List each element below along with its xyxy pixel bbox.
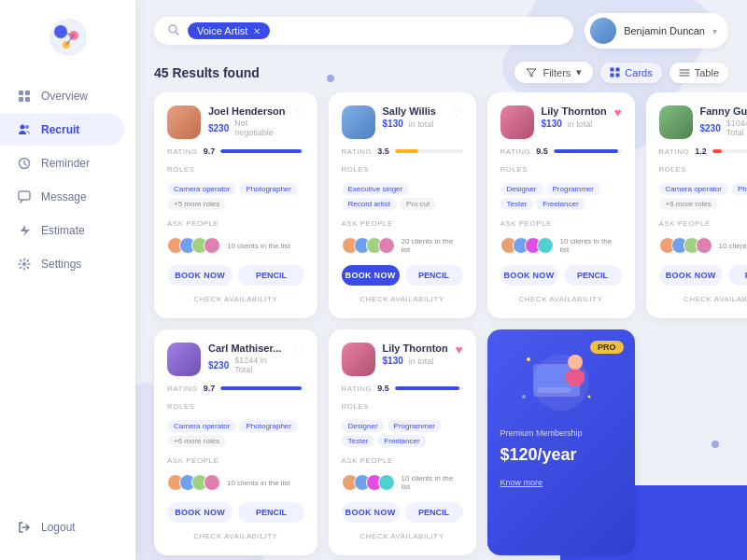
book-now-button-5[interactable]: BOOK NOW	[167, 502, 233, 523]
roles-tags-5: Camera operator Photographer +6 more rol…	[167, 420, 304, 447]
pencil-button-4[interactable]: PENCIL	[728, 265, 747, 286]
svg-point-8	[21, 125, 25, 130]
card-price-sub-1: Not negotiable	[234, 119, 285, 137]
ask-avatar	[378, 474, 395, 491]
card-header-5: Carl Mathiser... $230 $1244 in Total ♡	[167, 343, 304, 376]
sidebar-item-overview[interactable]: Overview	[0, 80, 124, 112]
main-content: Voice Artist ✕ Benjamin Duncan ▾ 45 Resu…	[135, 0, 747, 560]
book-now-button-2[interactable]: BOOK NOW	[342, 265, 400, 286]
logout-button[interactable]: Logout	[0, 511, 135, 543]
svg-rect-11	[19, 191, 30, 200]
book-now-button-4[interactable]: BOOK NOW	[659, 265, 723, 286]
pro-card: PRO	[487, 329, 635, 555]
svg-point-0	[49, 19, 87, 56]
ask-count-5: 10 clients in the list	[227, 479, 290, 487]
chevron-down-icon: ▾	[712, 26, 717, 36]
ask-count-2: 20 clients in the list	[402, 237, 463, 254]
search-tag-close[interactable]: ✕	[253, 26, 261, 36]
card-title-block-4: Fanny Guzman $230 $1044 in Total	[700, 105, 748, 137]
role-tag: Camera operator	[167, 420, 236, 432]
card-heart-1[interactable]: ♡	[293, 105, 304, 119]
pencil-button-1[interactable]: PENCIL	[238, 265, 303, 286]
roles-label-2: ROLES	[342, 165, 463, 174]
card-header-2: Sally Willis $130 in total ♡	[342, 105, 463, 139]
rating-label-6: RATING	[342, 385, 373, 393]
card-header-3: Lily Thornton $130 in total ♥	[500, 105, 622, 139]
sidebar-nav: Overview Recruit Reminder	[0, 80, 135, 511]
card-heart-6[interactable]: ♥	[456, 343, 463, 357]
sidebar-item-overview-label: Overview	[41, 90, 88, 103]
sidebar-item-reminder-label: Reminder	[41, 157, 90, 170]
book-now-button-6[interactable]: BOOK NOW	[342, 502, 400, 523]
ask-label-6: ASK PEOPLE	[342, 456, 463, 465]
rating-label-2: RATING	[342, 147, 373, 156]
filters-button[interactable]: Filters ▾	[514, 62, 593, 83]
pro-actions: Know more	[500, 478, 622, 487]
ask-avatars-3	[500, 237, 549, 254]
search-tag-label: Voice Artist	[197, 25, 247, 36]
sidebar-item-estimate[interactable]: Estimate	[0, 215, 124, 246]
role-tag-more: +5 more roles	[167, 198, 226, 210]
sidebar-item-message-label: Message	[41, 190, 87, 203]
rating-label-4: RATING	[659, 147, 690, 156]
svg-rect-4	[19, 91, 23, 95]
rating-row-1: RATING 9.7	[167, 147, 304, 156]
card-price-5: $230	[208, 360, 229, 371]
pencil-button-2[interactable]: PENCIL	[405, 265, 463, 286]
book-now-button-3[interactable]: BOOK NOW	[500, 265, 558, 286]
card-heart-3[interactable]: ♥	[614, 105, 622, 119]
pencil-button-6[interactable]: PENCIL	[405, 502, 463, 523]
sidebar-item-estimate-label: Estimate	[41, 224, 85, 237]
pencil-button-3[interactable]: PENCIL	[564, 265, 622, 286]
rating-row-4: RATING 1.2	[659, 147, 748, 156]
card-name-5: Carl Mathiser...	[208, 343, 286, 354]
card-heart-5[interactable]: ♡	[293, 343, 304, 357]
ask-avatar	[204, 237, 220, 254]
ask-row-5: 10 clients in the list	[167, 474, 304, 491]
book-now-button-1[interactable]: BOOK NOW	[167, 265, 233, 286]
check-availability-button-4[interactable]: CHECK AVAILABILITY	[659, 293, 748, 305]
table-view-button[interactable]: Table	[669, 63, 728, 83]
check-availability-button-5[interactable]: CHECK AVAILABILITY	[167, 530, 304, 542]
sidebar-item-reminder[interactable]: Reminder	[0, 147, 124, 179]
rating-bar-4	[712, 149, 747, 153]
ask-avatars-2	[342, 237, 390, 254]
svg-rect-7	[25, 97, 30, 102]
sidebar-item-recruit[interactable]: Recruit	[0, 114, 124, 146]
card-price-row-6: $130 in total	[383, 356, 448, 366]
roles-label-1: ROLES	[167, 165, 304, 174]
rating-bar-6	[395, 386, 463, 390]
sidebar-item-settings[interactable]: Settings	[0, 248, 124, 280]
ask-avatar	[204, 474, 220, 491]
card-price-sub-4: $1044 in Total	[726, 119, 747, 137]
ask-avatars-1	[167, 237, 216, 254]
search-tag: Voice Artist ✕	[188, 22, 270, 39]
sidebar-item-message[interactable]: Message	[0, 181, 124, 213]
cards-view-button[interactable]: Cards	[600, 63, 661, 83]
svg-point-9	[25, 125, 29, 129]
logo	[0, 17, 135, 58]
grid-icon	[17, 89, 32, 104]
people-icon	[17, 122, 32, 137]
pencil-button-5[interactable]: PENCIL	[238, 502, 303, 523]
roles-tags-4: Camera operator Photographer +6 more rol…	[659, 183, 748, 210]
check-availability-button-1[interactable]: CHECK AVAILABILITY	[167, 293, 304, 305]
ask-avatar	[696, 237, 712, 254]
role-tag-more: +6 more roles	[659, 198, 718, 210]
user-profile[interactable]: Benjamin Duncan ▾	[585, 13, 728, 49]
ask-label-4: ASK PEOPLE	[659, 219, 748, 228]
check-availability-button-3[interactable]: CHECK AVAILABILITY	[500, 293, 622, 305]
card-heart-2[interactable]: ♡	[452, 105, 463, 119]
check-availability-button-2[interactable]: CHECK AVAILABILITY	[342, 293, 463, 305]
cards-grid: Joel Henderson $230 Not negotiable ♡ RAT…	[135, 92, 747, 560]
rating-label-3: RATING	[500, 147, 531, 156]
know-more-link[interactable]: Know more	[500, 478, 543, 487]
svg-rect-5	[25, 91, 30, 95]
role-tag: Designer	[500, 183, 543, 195]
search-bar[interactable]: Voice Artist ✕	[154, 17, 573, 45]
check-availability-button-6[interactable]: CHECK AVAILABILITY	[342, 530, 463, 542]
card-4: Fanny Guzman $230 $1044 in Total ♡ RATIN…	[646, 92, 748, 318]
svg-rect-16	[611, 74, 614, 77]
rating-value-4: 1.2	[695, 147, 707, 156]
roles-tags-6: Designer Programmer Tester Freelancer	[342, 420, 463, 447]
